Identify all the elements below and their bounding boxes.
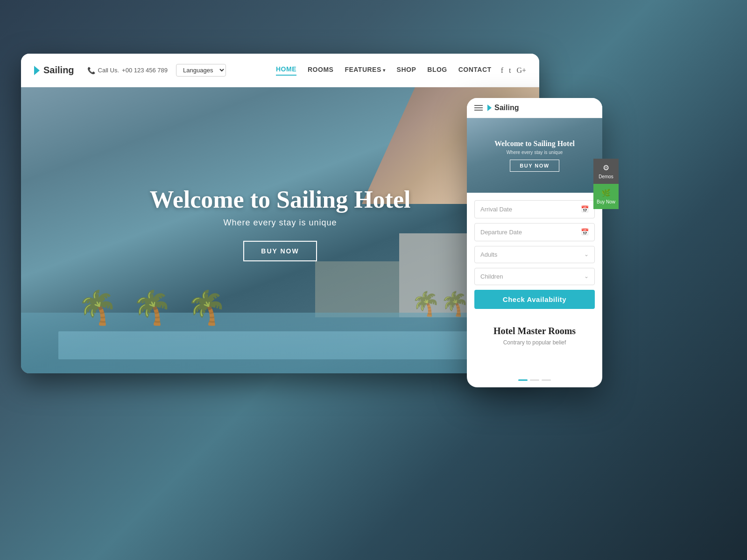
hero-title: Welcome to Sailing Hotel <box>150 186 411 213</box>
arrival-date-label: Arrival Date <box>480 206 512 213</box>
nav-home[interactable]: HOME <box>276 65 296 76</box>
side-panel: ⚙ Demos 🌿 Buy Now <box>593 159 619 209</box>
departure-date-field[interactable]: Departure Date 📅 <box>474 223 595 241</box>
desktop-header: Sailing 📞 Call Us. +00 123 456 789 Langu… <box>21 54 539 87</box>
adults-label: Adults <box>480 251 497 258</box>
gear-icon: ⚙ <box>603 163 609 172</box>
adults-chevron-icon: ⌄ <box>584 251 589 258</box>
phone-label: Call Us. <box>98 67 120 74</box>
sail-icon <box>34 66 40 75</box>
check-availability-button[interactable]: Check Availability <box>474 290 595 309</box>
desktop-logo-area[interactable]: Sailing <box>34 65 74 76</box>
nav-features[interactable]: FEATURES <box>345 66 385 75</box>
hamburger-line-2 <box>474 107 483 108</box>
rooms-subtitle: Contrary to popular belief <box>474 339 595 346</box>
buy-now-side-button[interactable]: 🌿 Buy Now <box>593 184 619 209</box>
pool-shimmer <box>58 331 502 359</box>
nav-blog[interactable]: BLOG <box>427 66 447 75</box>
departure-date-label: Departure Date <box>480 229 522 236</box>
twitter-icon[interactable]: t <box>509 66 511 75</box>
desktop-nav: HOME ROOMS FEATURES SHOP BLOG CONTACT <box>276 65 492 76</box>
arrival-date-field[interactable]: Arrival Date 📅 <box>474 200 595 218</box>
demos-button[interactable]: ⚙ Demos <box>593 159 619 184</box>
mobile-hero: Welcome to Sailing Hotel Where every sta… <box>467 118 602 193</box>
social-icons: f t G+ <box>501 66 526 75</box>
hero-content: Welcome to Sailing Hotel Where every sta… <box>150 186 411 261</box>
phone-area: 📞 Call Us. +00 123 456 789 <box>87 67 168 74</box>
palm-trees-right: 🌴🌴 <box>411 290 469 317</box>
calendar-icon-departure: 📅 <box>581 228 589 236</box>
scroll-indicator <box>518 379 551 381</box>
hamburger-menu[interactable] <box>474 105 483 111</box>
palm-trees-left: 🌴🌴🌴 <box>77 288 241 327</box>
leaf-icon: 🌿 <box>601 189 611 197</box>
mobile-sail-icon <box>487 105 492 111</box>
mobile-hero-title: Welcome to Sailing Hotel <box>494 140 575 148</box>
calendar-icon-arrival: 📅 <box>581 205 589 213</box>
mobile-logo-text: Sailing <box>494 104 519 112</box>
desktop-logo-text: Sailing <box>43 65 74 76</box>
scroll-dot-2 <box>530 379 539 381</box>
children-chevron-icon: ⌄ <box>584 273 589 280</box>
desktop-hero: 🌴🌴🌴 🌴🌴 Welcome to Sailing Hotel Where ev… <box>21 87 539 373</box>
mobile-hero-buy-now-button[interactable]: BUY NOW <box>510 160 559 172</box>
mobile-hero-content: Welcome to Sailing Hotel Where every sta… <box>494 140 575 172</box>
hamburger-line-1 <box>474 105 483 106</box>
mobile-hero-subtitle: Where every stay is unique <box>494 150 575 155</box>
hero-subtitle: Where every stay is unique <box>150 218 411 228</box>
desktop-mockup: Sailing 📞 Call Us. +00 123 456 789 Langu… <box>21 54 539 373</box>
mobile-booking-form: Arrival Date 📅 Departure Date 📅 Adults ⌄… <box>467 193 602 318</box>
hero-buy-now-button[interactable]: BUY NOW <box>243 241 317 261</box>
language-select[interactable]: Languages English French Spanish <box>176 64 226 77</box>
buynow-label: Buy Now <box>597 199 615 204</box>
hamburger-line-3 <box>474 110 483 111</box>
nav-rooms[interactable]: ROOMS <box>308 66 333 75</box>
nav-shop[interactable]: SHOP <box>397 66 416 75</box>
phone-icon: 📞 <box>87 67 95 74</box>
phone-number: +00 123 456 789 <box>122 67 168 74</box>
scroll-dot-3 <box>542 379 551 381</box>
mobile-header: Sailing <box>467 98 602 118</box>
mobile-rooms-section: Hotel Master Rooms Contrary to popular b… <box>467 318 602 353</box>
rooms-title: Hotel Master Rooms <box>474 326 595 336</box>
mobile-mockup: Sailing Welcome to Sailing Hotel Where e… <box>467 98 602 387</box>
nav-contact[interactable]: CONTACT <box>458 66 492 75</box>
facebook-icon[interactable]: f <box>501 66 503 75</box>
building-shadow <box>315 261 399 317</box>
demos-label: Demos <box>599 174 613 179</box>
googleplus-icon[interactable]: G+ <box>516 66 526 75</box>
children-select[interactable]: Children ⌄ <box>474 268 595 285</box>
children-label: Children <box>480 273 503 280</box>
scroll-dot-1 <box>518 379 528 381</box>
mobile-logo-area[interactable]: Sailing <box>487 104 519 112</box>
adults-select[interactable]: Adults ⌄ <box>474 246 595 263</box>
